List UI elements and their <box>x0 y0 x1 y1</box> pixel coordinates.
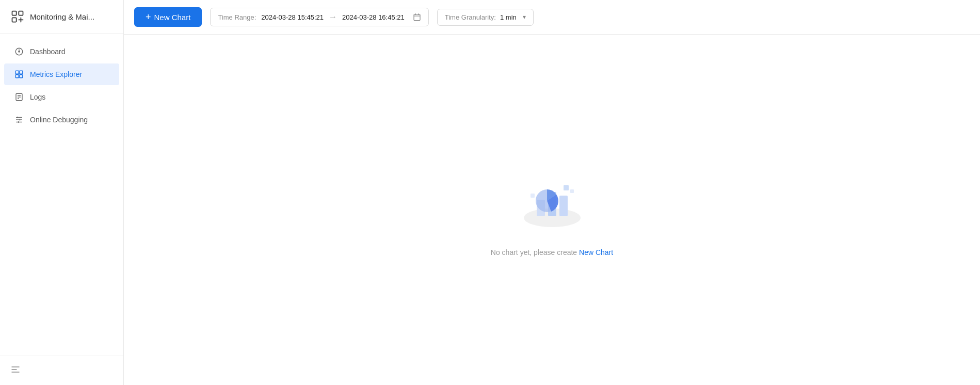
time-range-picker[interactable]: Time Range: 2024-03-28 15:45:21 → 2024-0… <box>210 8 428 26</box>
empty-state-new-chart-link[interactable]: New Chart <box>579 248 613 256</box>
sidebar-item-label: Online Debugging <box>30 116 88 124</box>
time-granularity-selector[interactable]: Time Granularity: 1 min ▾ <box>437 9 534 26</box>
new-chart-label: New Chart <box>154 13 191 22</box>
sidebar-item-online-debugging[interactable]: Online Debugging <box>4 109 119 131</box>
svg-rect-5 <box>15 71 19 74</box>
time-range-arrow: → <box>329 12 337 22</box>
sidebar-item-dashboard[interactable]: Dashboard <box>4 41 119 62</box>
svg-rect-0 <box>12 11 17 15</box>
svg-rect-1 <box>19 11 23 15</box>
sidebar-logo: Monitoring & Mai... <box>0 0 123 34</box>
empty-state-text: No chart yet, please create <box>491 248 579 256</box>
sidebar-item-label: Logs <box>30 93 45 101</box>
toolbar: + New Chart Time Range: 2024-03-28 15:45… <box>124 0 980 35</box>
main-content: + New Chart Time Range: 2024-03-28 15:45… <box>124 0 980 385</box>
app-logo-icon <box>10 9 25 24</box>
sidebar-item-label: Dashboard <box>30 47 66 56</box>
app-title: Monitoring & Mai... <box>30 12 94 21</box>
svg-rect-7 <box>15 75 19 78</box>
empty-state: No chart yet, please create New Chart <box>124 35 980 385</box>
empty-state-illustration <box>516 164 588 236</box>
plus-icon: + <box>146 12 151 22</box>
sidebar: Monitoring & Mai... Dashboard Metrics Ex… <box>0 0 124 385</box>
sidebar-item-label: Metrics Explorer <box>30 70 82 78</box>
svg-rect-33 <box>531 194 535 198</box>
online-debugging-icon <box>14 115 24 124</box>
time-range-start: 2024-03-28 15:45:21 <box>261 13 324 21</box>
chevron-down-icon: ▾ <box>523 13 526 21</box>
svg-rect-31 <box>564 185 569 190</box>
sidebar-footer <box>0 356 123 385</box>
sidebar-nav: Dashboard Metrics Explorer Logs <box>0 34 123 356</box>
calendar-icon <box>413 13 421 21</box>
new-chart-button[interactable]: + New Chart <box>134 7 202 27</box>
svg-rect-22 <box>414 14 420 21</box>
granularity-value: 1 min <box>500 13 517 21</box>
time-range-label: Time Range: <box>218 13 256 21</box>
svg-rect-32 <box>570 189 574 193</box>
time-range-end: 2024-03-28 16:45:21 <box>342 13 405 21</box>
empty-state-message: No chart yet, please create New Chart <box>491 248 613 256</box>
svg-rect-6 <box>20 71 23 74</box>
sidebar-item-logs[interactable]: Logs <box>4 86 119 108</box>
svg-point-4 <box>19 51 20 52</box>
svg-rect-8 <box>20 75 23 78</box>
svg-rect-29 <box>559 196 568 216</box>
svg-rect-2 <box>12 18 17 22</box>
menu-icon[interactable] <box>10 364 21 375</box>
metrics-explorer-icon <box>14 70 24 79</box>
dashboard-icon <box>14 47 24 56</box>
logs-icon <box>14 92 24 102</box>
granularity-label: Time Granularity: <box>445 13 496 21</box>
sidebar-item-metrics-explorer[interactable]: Metrics Explorer <box>4 63 119 85</box>
